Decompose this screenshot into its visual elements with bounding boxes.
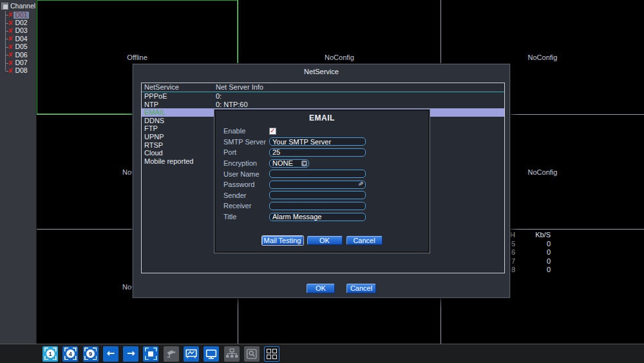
channel-item[interactable]: ✘ D01 — [0, 11, 36, 19]
channel-item[interactable]: ✘ D07 — [0, 59, 36, 66]
channel-window-icon — [1, 3, 8, 10]
offline-x-icon: ✘ — [8, 28, 13, 34]
waveform-screen-icon — [184, 347, 198, 361]
form-row: Encryption NONE — [223, 158, 422, 169]
dialog-title: NetService — [133, 64, 510, 75]
mail-testing-button[interactable]: Mail Testing — [262, 236, 303, 245]
cancel-button[interactable]: Cancel — [346, 236, 383, 245]
channel-item[interactable]: ✘ D04 — [0, 35, 36, 43]
channel-label: D04 — [14, 35, 28, 43]
channel-panel: Channel ✘ D01 ✘ D02 ✘ D03 ✘ D04 — [0, 0, 37, 344]
view-nine-button[interactable]: 9 — [83, 346, 99, 362]
sender-input[interactable] — [269, 191, 366, 199]
view-single-button[interactable]: 1 — [43, 346, 58, 362]
offline-x-icon: ✘ — [8, 35, 13, 42]
port-input[interactable] — [269, 148, 366, 157]
encryption-selected-value: NONE — [272, 160, 293, 167]
form-row: Sender — [223, 190, 422, 201]
view-quad-button[interactable]: 4 — [62, 346, 78, 362]
title-input[interactable] — [269, 213, 366, 221]
channel-grid-icon — [267, 349, 277, 359]
offline-x-icon: ✘ — [8, 44, 13, 50]
next-page-button[interactable]: → — [123, 346, 138, 362]
dvr-screen: { "sidebar": { "header": "Channel", "cha… — [0, 0, 644, 363]
username-input[interactable] — [269, 170, 366, 178]
offline-x-icon: ✘ — [8, 60, 13, 66]
channel-tree: ✘ D01 ✘ D02 ✘ D03 ✘ D04 ✘ D05 — [0, 11, 36, 75]
email-form: Enable ✓ SMTP Server Port Encryption NON… — [223, 126, 422, 222]
email-button-row: Mail Testing OK Cancel — [216, 236, 428, 245]
offline-x-icon: ✘ — [8, 52, 13, 58]
form-row: Enable ✓ — [223, 126, 422, 137]
left-arrow-icon: ← — [107, 349, 115, 358]
channel-label: D01 — [14, 12, 28, 19]
display-button[interactable] — [204, 346, 219, 362]
ok-button[interactable]: OK — [307, 236, 343, 245]
password-input[interactable] — [269, 181, 366, 189]
check-mark-icon: ✓ — [270, 128, 275, 134]
ok-button[interactable]: OK — [307, 284, 335, 293]
form-row: Port — [223, 147, 422, 158]
form-row: SMTP Server — [223, 137, 422, 148]
channel-panel-header: Channel — [0, 0, 36, 10]
email-dialog: EMAIL Enable ✓ SMTP Server Port Encrypti… — [214, 110, 430, 253]
prev-page-button[interactable]: ← — [103, 346, 118, 362]
network-tree-icon — [225, 347, 239, 361]
cell-status-label: NoConfig — [528, 54, 558, 61]
form-row: Receiver — [223, 201, 422, 211]
offline-x-icon: ✘ — [8, 12, 13, 18]
form-row: Password ✎ — [223, 179, 422, 190]
dropdown-arrow-icon — [301, 161, 307, 166]
center-square-icon — [148, 351, 153, 357]
right-arrow-icon: → — [127, 349, 135, 358]
disk-search-icon — [245, 347, 259, 361]
form-row: Title — [223, 211, 422, 222]
channel-item[interactable]: ✘ D08 — [0, 67, 36, 75]
channel-item[interactable]: ✘ D05 — [0, 43, 36, 51]
channel-item[interactable]: ✘ D06 — [0, 51, 36, 59]
netservice-row[interactable]: PPPoE0: — [142, 92, 504, 101]
enable-checkbox[interactable]: ✓ — [269, 128, 276, 135]
encryption-select[interactable]: NONE — [269, 159, 309, 168]
cell-status-label: NoConfig — [325, 54, 354, 61]
dialog-title: EMAIL — [216, 111, 428, 123]
ptz-button[interactable] — [164, 346, 179, 362]
loop-view-button[interactable] — [143, 346, 158, 362]
netservice-row[interactable]: NTP0: NTP:60 — [142, 101, 504, 109]
channel-panel-title: Channel — [10, 2, 35, 10]
offline-x-icon: ✘ — [8, 68, 13, 74]
cell-status-label: Offline — [127, 54, 147, 61]
color-adjust-button[interactable] — [184, 346, 199, 362]
channel-label: D06 — [14, 52, 28, 59]
channel-label: D02 — [14, 19, 28, 26]
offline-x-icon: ✘ — [8, 20, 13, 26]
cancel-button[interactable]: Cancel — [346, 284, 376, 293]
monitor-icon — [204, 347, 218, 361]
channel-item[interactable]: ✘ D02 — [0, 19, 36, 26]
channel-grid-button[interactable] — [264, 346, 279, 362]
channel-label: D05 — [14, 43, 28, 50]
ptz-camera-icon — [164, 347, 178, 361]
network-button[interactable] — [224, 346, 240, 362]
form-row: User Name — [223, 168, 422, 179]
disk-search-button[interactable] — [244, 346, 260, 362]
netservice-list-header: NetServiceNet Server Info — [142, 83, 504, 92]
channel-label: D08 — [14, 67, 28, 74]
cell-status-label: NoConfig — [528, 168, 558, 176]
toolbar: 1 4 9 ← → — [0, 344, 644, 363]
channel-label: D07 — [14, 59, 28, 66]
channel-item[interactable]: ✘ D03 — [0, 27, 36, 35]
smtp-server-input[interactable] — [269, 137, 366, 146]
receiver-input[interactable] — [269, 202, 366, 210]
channel-label: D03 — [14, 27, 28, 34]
